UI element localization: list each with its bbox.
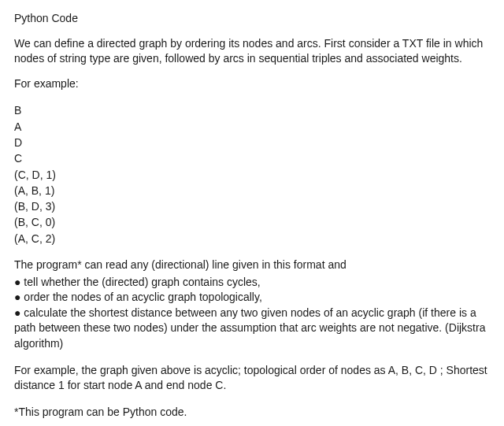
- example-result-paragraph: For example, the graph given above is ac…: [14, 363, 490, 394]
- example-label: For example:: [14, 76, 490, 92]
- intro-paragraph: We can define a directed graph by orderi…: [14, 36, 490, 67]
- example-data-block: B A D C (C, D, 1) (A, B, 1) (B, D, 3) (B…: [14, 102, 490, 246]
- data-line: B: [14, 102, 490, 118]
- requirements-block: The program* can read any (directional) …: [14, 257, 490, 352]
- data-line: (C, D, 1): [14, 167, 490, 183]
- data-line: C: [14, 150, 490, 166]
- data-line: (B, D, 3): [14, 198, 490, 214]
- bullet-item: ● tell whether the (directed) graph cont…: [14, 275, 490, 291]
- document-title: Python Code: [14, 11, 490, 27]
- footnote: *This program can be Python code.: [14, 405, 490, 420]
- data-line: (A, B, 1): [14, 183, 490, 198]
- data-line: A: [14, 119, 490, 135]
- data-line: (A, C, 2): [14, 231, 490, 246]
- requirements-intro: The program* can read any (directional) …: [14, 257, 490, 273]
- data-line: D: [14, 135, 490, 150]
- bullet-item: ● order the nodes of an acyclic graph to…: [14, 290, 490, 306]
- data-line: (B, C, 0): [14, 214, 490, 230]
- bullet-item: ● calculate the shortest distance betwee…: [14, 306, 490, 352]
